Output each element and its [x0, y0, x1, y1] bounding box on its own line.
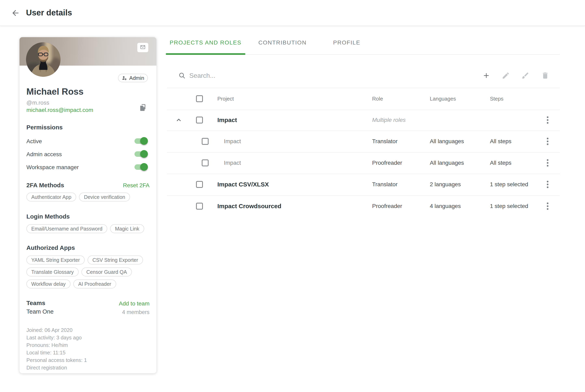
row-checkbox[interactable] [196, 116, 203, 124]
user-detail-list: Joined: 06 Apr 2020 Last activity: 3 day… [26, 326, 87, 372]
search-icon [178, 72, 186, 79]
authorized-app-chip: Workflow delay [26, 280, 70, 288]
collapse-group-button[interactable] [175, 116, 183, 124]
row-divider [167, 174, 560, 174]
toggle-label-active: Active [26, 138, 42, 144]
row-menu-kebab-icon[interactable] [546, 136, 550, 146]
edit-button[interactable] [502, 72, 510, 80]
table-row-role: Proofreader [372, 160, 402, 166]
user-email-link[interactable]: michael.ross@impact.com [26, 107, 93, 113]
toggle-label-admin-access: Admin access [26, 151, 62, 158]
table-row-project[interactable]: Impact [224, 160, 241, 166]
avatar [26, 42, 60, 77]
row-divider [167, 196, 560, 196]
login-method-chip: Email/Username and Password [26, 224, 107, 233]
toggle-admin-access[interactable] [134, 151, 147, 157]
add-button[interactable] [482, 72, 490, 80]
twofa-chip: Device verification [79, 192, 130, 202]
copy-email-button[interactable] [139, 104, 147, 112]
row-menu-kebab-icon[interactable] [546, 158, 550, 168]
row-checkbox[interactable] [196, 203, 203, 210]
row-checkbox[interactable] [202, 160, 208, 166]
tabs-divider [246, 54, 560, 55]
table-row-role: Proofreader [372, 203, 402, 210]
row-menu-kebab-icon[interactable] [546, 180, 550, 189]
column-header-steps[interactable]: Steps [490, 96, 504, 102]
twofa-chips: Authenticator App Device verification [26, 192, 150, 202]
row-menu-kebab-icon[interactable] [546, 115, 550, 125]
table-row-project[interactable]: Impact CSV/XLSX [217, 181, 269, 188]
column-header-role[interactable]: Role [372, 96, 383, 102]
toggle-active[interactable] [134, 138, 147, 144]
user-handle: @m.ross [26, 100, 49, 106]
twofa-title: 2FA Methods [26, 182, 64, 189]
brush-icon [521, 77, 529, 80]
send-email-button[interactable] [137, 43, 148, 52]
login-methods-title: Login Methods [26, 213, 70, 220]
user-name: Michael Ross [26, 86, 84, 97]
select-all-checkbox[interactable] [196, 95, 203, 102]
table-row-role: Translator [372, 181, 398, 188]
envelope-icon [140, 44, 146, 51]
user-card: Admin Michael Ross @m.ross michael.ross@… [20, 37, 156, 373]
teams-title: Teams [26, 300, 45, 306]
table-row-languages: All languages [430, 138, 464, 144]
authorized-app-chip: CSV String Exporter [88, 256, 143, 264]
back-arrow-icon[interactable] [11, 8, 20, 18]
table-row-role: Multiple roles [372, 117, 406, 123]
tab-projects-and-roles[interactable]: PROJECTS AND ROLES [166, 30, 246, 55]
team-members-count: 4 members [122, 309, 150, 316]
detail-joined: Joined: 06 Apr 2020 [26, 326, 87, 334]
row-checkbox[interactable] [202, 138, 208, 145]
delete-button[interactable] [541, 72, 549, 80]
team-name: Team One [26, 308, 54, 315]
table-row-languages: 2 languages [430, 181, 461, 188]
twofa-chip: Authenticator App [26, 192, 76, 202]
column-header-project[interactable]: Project [217, 96, 234, 102]
search-input[interactable] [189, 70, 433, 81]
clear-roles-button[interactable] [521, 72, 529, 80]
authorized-apps-title: Authorized Apps [26, 244, 75, 251]
tab-contribution[interactable]: CONTRIBUTION [258, 30, 306, 55]
table-row-languages: 4 languages [430, 203, 461, 210]
detail-pronouns: Pronouns: He/him [26, 342, 87, 349]
authorized-app-chip: YAML String Exporter [26, 256, 85, 264]
authorized-app-chips: YAML String Exporter CSV String Exporter… [26, 256, 150, 288]
login-method-chip: Magic Link [110, 224, 144, 233]
trash-icon [541, 77, 549, 80]
add-to-team-link[interactable]: Add to team [119, 300, 150, 307]
active-tab-indicator [166, 53, 246, 55]
table-row-steps: 1 step selected [490, 181, 528, 188]
detail-local-time: Local time: 11:15 [26, 349, 87, 356]
reset-2fa-link[interactable]: Reset 2FA [123, 182, 150, 189]
admin-badge: Admin [118, 74, 148, 82]
toggle-label-workspace-manager: Workspace manager [26, 164, 79, 170]
header-divider [167, 110, 560, 110]
detail-last-activity: Last activity: 3 days ago [26, 334, 87, 342]
column-header-languages[interactable]: Languages [430, 96, 456, 102]
login-method-chips: Email/Username and Password Magic Link [26, 224, 150, 233]
table-row-project[interactable]: Impact [217, 116, 237, 124]
table-row-project[interactable]: Impact [224, 138, 241, 144]
permissions-title: Permissions [26, 124, 62, 131]
row-divider [167, 152, 560, 153]
admin-badge-label: Admin [129, 75, 144, 81]
copy-icon [139, 104, 147, 112]
person-gear-icon [122, 75, 127, 81]
table-row-steps: 1 step selected [490, 203, 528, 210]
table-row-project[interactable]: Impact Crowdsourced [217, 203, 281, 210]
table-row-steps: All steps [490, 138, 512, 144]
row-checkbox[interactable] [196, 181, 203, 188]
table-row-steps: All steps [490, 160, 512, 166]
user-details-page: User details [0, 0, 585, 392]
page-title: User details [26, 8, 72, 17]
table-row-role: Translator [372, 138, 398, 144]
chevron-up-icon [175, 121, 183, 125]
row-menu-kebab-icon[interactable] [546, 201, 550, 211]
tab-profile[interactable]: PROFILE [333, 30, 360, 55]
row-divider [167, 130, 560, 131]
search-divider [167, 88, 560, 88]
toggle-workspace-manager[interactable] [134, 164, 147, 170]
plus-icon [482, 77, 490, 80]
pencil-icon [502, 77, 510, 80]
